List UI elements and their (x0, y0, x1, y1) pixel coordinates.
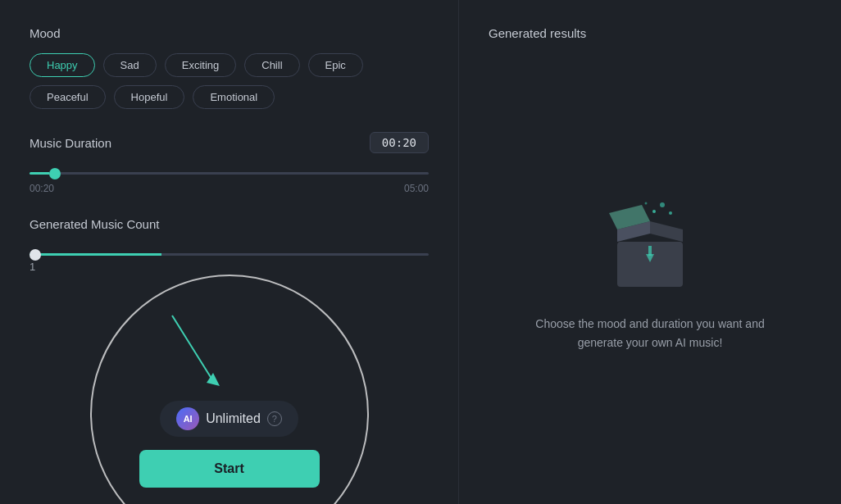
duration-slider[interactable] (30, 172, 429, 175)
svg-rect-11 (648, 246, 652, 256)
count-slider[interactable] (30, 253, 429, 256)
unlimited-badge: AI Unlimited ? (160, 401, 298, 437)
duration-display: 00:20 (370, 132, 429, 153)
svg-point-9 (645, 202, 648, 205)
svg-point-8 (669, 211, 672, 215)
arrow-container (164, 307, 230, 401)
mood-emotional[interactable]: Emotional (193, 85, 275, 109)
right-panel: Generated results Choose the mood and du… (459, 0, 841, 504)
count-value: 1 (30, 261, 429, 273)
mood-grid: Happy Sad Exciting Chill Epic Peaceful H… (30, 53, 429, 109)
count-label: Generated Music Count (30, 217, 429, 231)
left-panel: Mood Happy Sad Exciting Chill Epic Peace… (0, 0, 459, 504)
duration-section: Music Duration 00:20 00:20 05:00 (30, 132, 429, 194)
arrow-icon (164, 307, 230, 397)
mood-section: Mood Happy Sad Exciting Chill Epic Peace… (30, 26, 429, 109)
svg-point-7 (660, 202, 665, 207)
empty-state-text: Choose the mood and duration you want an… (535, 315, 765, 352)
help-icon[interactable]: ? (267, 411, 282, 426)
mood-peaceful[interactable]: Peaceful (30, 85, 106, 109)
duration-label: Music Duration (30, 136, 111, 150)
mood-sad[interactable]: Sad (103, 53, 157, 77)
count-section: Generated Music Count 1 (30, 217, 429, 273)
generated-results-title: Generated results (489, 26, 811, 40)
mood-chill[interactable]: Chill (244, 53, 299, 77)
svg-line-0 (172, 316, 213, 381)
mood-epic[interactable]: Epic (308, 53, 363, 77)
start-button[interactable]: Start (139, 450, 320, 488)
bottom-area: AI Unlimited ? Start (0, 291, 458, 504)
mood-exciting[interactable]: Exciting (165, 53, 237, 77)
mood-hopeful[interactable]: Hopeful (114, 85, 185, 109)
empty-state: Choose the mood and duration you want an… (489, 73, 811, 475)
ai-icon: AI (176, 407, 199, 430)
duration-max: 05:00 (404, 183, 429, 194)
svg-marker-4 (650, 221, 683, 242)
duration-slider-container (30, 163, 429, 178)
mood-label: Mood (30, 26, 429, 40)
duration-labels: 00:20 05:00 (30, 183, 429, 194)
svg-point-6 (652, 210, 656, 213)
unlimited-text: Unlimited (206, 411, 261, 426)
duration-header: Music Duration 00:20 (30, 132, 429, 153)
duration-min: 00:20 (30, 183, 54, 194)
mood-happy[interactable]: Happy (30, 53, 95, 77)
box-illustration (601, 197, 699, 295)
